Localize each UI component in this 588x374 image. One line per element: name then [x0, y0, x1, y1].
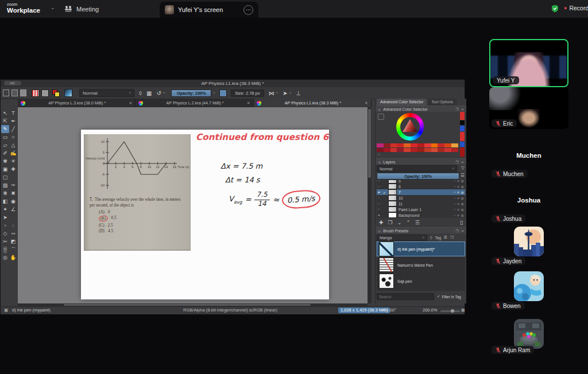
- transform-tool[interactable]: ▣: [1, 165, 9, 173]
- ellipsis-icon[interactable]: ⋯: [243, 5, 253, 15]
- canvas-document[interactable]: 1050-5-10246810121416Time (s)Velocity (m…: [81, 130, 329, 299]
- chevron-down-icon[interactable]: ˅: [213, 91, 215, 95]
- color-swatch[interactable]: [451, 143, 458, 147]
- float-icon[interactable]: ❐: [456, 229, 459, 233]
- layer-row[interactable]: ●✓7▫α⚙: [377, 189, 465, 195]
- text-tool[interactable]: T: [9, 109, 17, 117]
- layer-settings-icon[interactable]: ⚙: [461, 196, 464, 200]
- open-document-icon[interactable]: [11, 89, 18, 96]
- calligraphy-tool[interactable]: ✒: [9, 117, 17, 125]
- color-swatch[interactable]: [438, 143, 444, 147]
- pattern-swatch[interactable]: [32, 89, 39, 97]
- color-triangle[interactable]: [401, 118, 419, 135]
- security-shield-icon[interactable]: [551, 5, 559, 15]
- color-swatch[interactable]: [377, 143, 384, 147]
- crop-tool[interactable]: ▢: [1, 173, 9, 181]
- visibility-icon[interactable]: ●: [378, 190, 381, 194]
- brush-preset-item[interactable]: d) Ink pen (mypaint)*: [377, 241, 465, 256]
- color-swatch[interactable]: [424, 143, 431, 147]
- tab-advanced-color-selector[interactable]: Advanced Color Selector: [377, 99, 427, 106]
- color-history-icon[interactable]: ○: [378, 153, 380, 156]
- participant-tile[interactable]: Bowen: [489, 271, 568, 311]
- color-swatch[interactable]: [431, 148, 438, 152]
- polygon-tool[interactable]: ▱: [1, 141, 9, 149]
- canvas-only-icon[interactable]: ▦: [461, 307, 465, 314]
- assistants-tool[interactable]: ✦: [1, 205, 9, 213]
- visibility-icon[interactable]: ○: [378, 185, 381, 188]
- selector-settings-icon[interactable]: [378, 114, 384, 120]
- delete-layer-button[interactable]: ▯: [460, 220, 463, 225]
- flow-icon[interactable]: ➤: [283, 90, 287, 96]
- chevron-down-icon[interactable]: ⌄: [51, 5, 55, 10]
- color-swatch[interactable]: [411, 143, 417, 147]
- color-swatch[interactable]: [460, 132, 465, 141]
- document-tab[interactable]: AP Physics L1.kra (38.3 MiB) *✕: [254, 99, 372, 107]
- layer-row[interactable]: ○10▫α⚙: [377, 195, 465, 201]
- layer-settings-icon[interactable]: ⚙: [461, 208, 464, 212]
- polygonal-select-tool[interactable]: ◇: [1, 229, 9, 237]
- tab-tool-options[interactable]: Tool Options: [428, 99, 457, 106]
- participant-tile[interactable]: Arjun Ram: [489, 319, 568, 356]
- layer-settings-icon[interactable]: ⚙: [461, 213, 464, 217]
- lock-icon[interactable]: ▫: [454, 190, 455, 194]
- fill-tool[interactable]: ◧: [1, 197, 9, 205]
- duplicate-layer-button[interactable]: ❐: [388, 220, 393, 225]
- alpha-icon[interactable]: α: [457, 202, 459, 205]
- freehand-select-tool[interactable]: ∾: [9, 229, 17, 237]
- krita-canvas[interactable]: 1050-5-10246810121416Time (s)Velocity (m…: [18, 107, 368, 303]
- chevron-down-icon[interactable]: ˅: [276, 91, 278, 95]
- layer-blend-mode-dropdown[interactable]: Normal ˅: [377, 165, 457, 172]
- pattern-edit-tool[interactable]: ❋: [1, 189, 9, 197]
- color-sampler-tool[interactable]: ✑: [9, 181, 17, 189]
- eraser-mode-icon[interactable]: ◊: [139, 90, 142, 96]
- close-icon[interactable]: ✕: [247, 101, 250, 106]
- visibility-icon[interactable]: ●: [378, 213, 381, 217]
- lock-icon[interactable]: ▫: [454, 196, 455, 200]
- layer-menu-icon[interactable]: ☰: [461, 173, 465, 178]
- layer-opacity-slider[interactable]: Opacity: 100%: [377, 173, 459, 180]
- color-swatch[interactable]: [451, 148, 458, 152]
- alpha-icon[interactable]: α: [457, 196, 459, 200]
- participant-tile[interactable]: JoshuaJoshua: [489, 183, 568, 224]
- color-swatch[interactable]: [460, 120, 465, 125]
- lock-icon[interactable]: ▫: [454, 180, 455, 182]
- gradient-tool[interactable]: ▨: [1, 181, 9, 189]
- tab-meeting[interactable]: Meeting: [64, 0, 99, 18]
- color-wheel[interactable]: [396, 113, 424, 141]
- elliptical-select-tool[interactable]: ◌: [9, 221, 17, 229]
- visibility-icon[interactable]: ○: [378, 202, 381, 205]
- similar-color-select-tool[interactable]: ◩: [9, 237, 17, 246]
- add-layer-button[interactable]: ✚: [379, 220, 384, 225]
- color-swatch[interactable]: [444, 148, 451, 152]
- visibility-icon[interactable]: ○: [378, 208, 381, 211]
- smart-patch-tool[interactable]: ✖: [9, 189, 17, 197]
- grid-view-icon[interactable]: ❐: [450, 235, 454, 240]
- document-tab[interactable]: AP Physics L.3.kra (38.0 MiB) *✕: [18, 99, 136, 107]
- color-swatch[interactable]: [444, 143, 451, 147]
- zoom-tool[interactable]: ◎: [1, 254, 9, 262]
- reload-preset-icon[interactable]: ↺: [156, 90, 161, 96]
- layer-settings-icon[interactable]: ⚙: [461, 190, 464, 194]
- close-icon[interactable]: ✕: [461, 229, 464, 233]
- brush-preset-chooser-icon[interactable]: [64, 89, 72, 97]
- lock-icon[interactable]: ▫: [454, 213, 455, 217]
- dynamic-brush-tool[interactable]: ✾: [1, 157, 9, 165]
- rectangular-select-tool[interactable]: ▫: [1, 221, 9, 229]
- recording-indicator[interactable]: ● Record: [564, 5, 588, 11]
- freehand-brush-tool[interactable]: ✎: [1, 125, 9, 133]
- alpha-icon[interactable]: α: [457, 185, 459, 188]
- mirror-icon[interactable]: ⋈: [269, 90, 274, 96]
- brush-preset-item[interactable]: Nahum's Weird Pen: [377, 258, 465, 272]
- color-swatch[interactable]: [404, 148, 411, 152]
- color-swatch[interactable]: [460, 142, 465, 147]
- chevron-down-icon[interactable]: ˅: [163, 91, 165, 95]
- magnetic-select-tool[interactable]: ✂: [1, 237, 9, 246]
- bezier-select-tool[interactable]: ⌒: [9, 246, 17, 254]
- bezier-curve-tool[interactable]: ✐: [1, 149, 9, 157]
- freehand-path-tool[interactable]: ✍: [9, 149, 17, 157]
- layer-settings-icon[interactable]: ⚙: [461, 185, 464, 189]
- color-swatch[interactable]: [438, 148, 444, 152]
- save-document-icon[interactable]: [20, 89, 26, 96]
- lock-icon[interactable]: ▫: [454, 202, 455, 205]
- layer-row[interactable]: ●Background▫α⚙: [377, 212, 465, 218]
